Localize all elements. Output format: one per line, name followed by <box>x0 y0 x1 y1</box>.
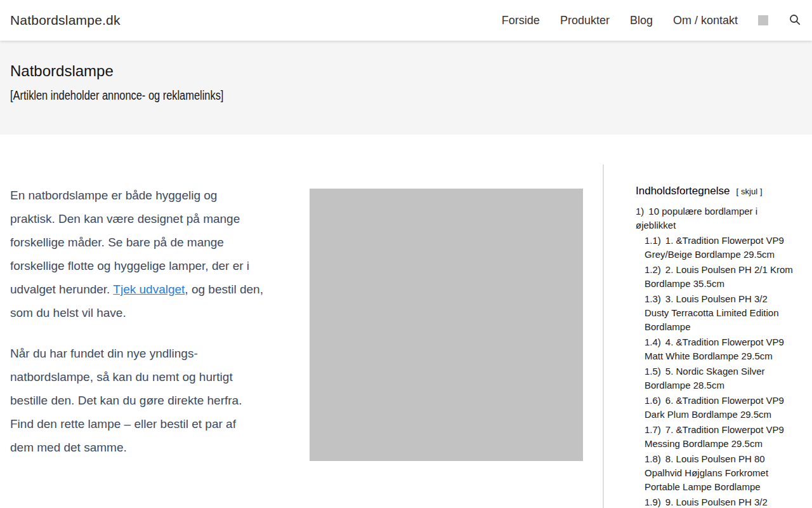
ad-disclaimer: [Artiklen indeholder annonce- og reklame… <box>10 89 659 102</box>
search-button[interactable] <box>789 14 801 27</box>
site-logo[interactable]: Natbordslampe.dk <box>10 13 121 28</box>
nav-item-om-kontakt[interactable]: Om / kontakt <box>673 14 738 27</box>
intro-paragraph-1: En natbordslampe er både hyggelig og pra… <box>10 184 303 324</box>
toc-item-1-1[interactable]: 1.1)1. &Tradition Flowerpot VP9 Grey/Bei… <box>636 234 793 262</box>
page-title: Natbordslampe <box>10 62 802 80</box>
toc-item-1-4[interactable]: 1.4)4. &Tradition Flowerpot VP9 Matt Whi… <box>636 335 793 363</box>
main-content: En natbordslampe er både hyggelig og pra… <box>0 135 812 508</box>
search-icon <box>789 13 801 28</box>
toc-item-1-8[interactable]: 1.8)8. Louis Poulsen PH 80 Opalhvid Højg… <box>636 452 793 494</box>
toc-hide-link[interactable]: skjul <box>738 187 760 196</box>
nav-item-forside[interactable]: Forside <box>502 14 540 27</box>
intro-paragraph-2: Når du har fundet din nye yndlings- natb… <box>10 342 303 459</box>
article-intro: En natbordslampe er både hyggelig og pra… <box>10 184 303 476</box>
nav-item-produkter[interactable]: Produkter <box>560 14 610 27</box>
toc-list: 1)10 populære bordlamper i øjeblikket 1.… <box>636 204 793 508</box>
toc-item-1-9[interactable]: 1.9)9. Louis Poulsen PH 3/2 Chrome Bordl… <box>636 495 793 508</box>
site-header: Natbordslampe.dk Forside Produkter Blog … <box>0 0 812 41</box>
table-of-contents: Indholdsfortegnelse [skjul] 1)10 populær… <box>636 185 793 508</box>
toc-item-1[interactable]: 1)10 populære bordlamper i øjeblikket <box>636 204 793 232</box>
toc-item-1-2[interactable]: 1.2)2. Louis Poulsen PH 2/1 Krom Bordlam… <box>636 263 793 291</box>
toc-header: Indholdsfortegnelse [skjul] <box>636 185 793 197</box>
article-image-placeholder <box>310 189 583 461</box>
nav-item-blog[interactable]: Blog <box>630 14 653 27</box>
toc-title: Indholdsfortegnelse <box>636 185 730 197</box>
content-divider <box>603 164 604 508</box>
toc-item-1-7[interactable]: 1.7)7. &Tradition Flowerpot VP9 Messing … <box>636 423 793 451</box>
main-nav: Forside Produkter Blog Om / kontakt <box>502 14 801 27</box>
toc-item-1-6[interactable]: 1.6)6. &Tradition Flowerpot VP9 Dark Plu… <box>636 394 793 422</box>
tjek-udvalget-link[interactable]: Tjek udvalget <box>113 283 185 296</box>
paragraph-text: En natbordslampe er både hyggelig og pra… <box>10 189 249 296</box>
toc-item-1-3[interactable]: 1.3)3. Louis Poulsen PH 3/2 Dusty Terrac… <box>636 292 793 334</box>
toc-toggle: [skjul] <box>736 187 762 196</box>
toggle-close-bracket: ] <box>760 187 763 196</box>
hero-band: Natbordslampe [Artiklen indeholder annon… <box>0 41 812 135</box>
nav-placeholder-image[interactable] <box>758 15 768 25</box>
toc-item-1-5[interactable]: 1.5)5. Nordic Skagen Silver Bordlampe 28… <box>636 364 793 392</box>
